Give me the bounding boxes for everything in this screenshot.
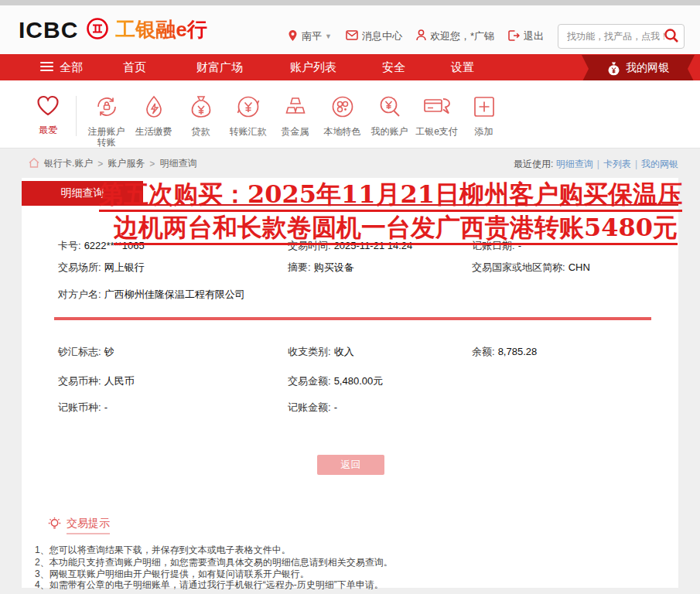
purchase-annotation: 第五次购买：2025年11月21日柳州客户购买保温压 边机两台和长款卷圆机一台发… <box>99 179 678 245</box>
icbc-logo-text: ICBC <box>19 17 78 43</box>
location-pin-icon <box>288 29 302 44</box>
recent-link-detail-query[interactable]: 明细查询 <box>556 159 593 169</box>
logout-label: 退出 <box>524 29 544 43</box>
top-strip <box>0 0 700 5</box>
field-posting-amount: 记账金额:- <box>288 401 337 415</box>
recent-link-card-list[interactable]: 卡列表 <box>603 159 631 169</box>
breadcrumb-separator: > <box>97 159 103 169</box>
money-bag-icon <box>607 61 620 76</box>
field-summary: 摘要:购买设备 <box>288 261 354 275</box>
nav-item-security[interactable]: 安全 <box>382 54 405 80</box>
toolbar-divider <box>76 96 77 136</box>
life-payment-icon <box>142 108 166 121</box>
message-center-link[interactable]: 消息中心 <box>346 29 402 43</box>
field-transaction-place: 交易场所:网上银行 <box>58 261 145 275</box>
annotation-line-2: 边机两台和长款卷圆机一台发广西贵港转账5480元 <box>114 212 678 245</box>
field-counterparty-name: 对方户名:广西柳州佳隆保温工程有限公司 <box>58 288 245 302</box>
field-balance: 余额:8,785.28 <box>472 345 537 359</box>
field-income-expense-type: 收支类别:收入 <box>288 345 354 359</box>
toolbar-item-label: 添加 <box>461 126 507 137</box>
welcome-user[interactable]: 欢迎您，*广锦 <box>416 29 494 43</box>
toolbar-item-label: 贷款 <box>178 126 224 137</box>
nav-item-all[interactable]: 全部 <box>60 54 83 80</box>
favorites-item[interactable]: 最爱 <box>20 94 76 135</box>
annotation-line-1: 第五次购买：2025年11月21日柳州客户购买保温压 <box>99 179 682 212</box>
recent-link-my-ebank[interactable]: 我的网银 <box>641 159 678 169</box>
local-feature-icon <box>330 108 355 121</box>
toolbar-item-label: 工银e支付 <box>414 126 459 137</box>
nav-item-wealth-plaza[interactable]: 财富广场 <box>196 54 243 80</box>
envelope-icon <box>346 30 362 43</box>
toolbar-item-register-transfer[interactable]: 注册账户转账 <box>84 94 129 148</box>
toolbar-item-label: 本地特色 <box>319 126 365 137</box>
tips-title-row: 交易提示 <box>47 517 110 534</box>
field-cash-remit-flag: 钞汇标志:钞 <box>58 345 114 359</box>
search-icon[interactable] <box>664 28 679 46</box>
red-divider <box>54 317 651 320</box>
field-country-code: 交易国家或地区简称:CHN <box>472 261 590 275</box>
my-ebank-ribbon[interactable]: 我的网银 <box>582 53 695 84</box>
search-input[interactable] <box>565 30 666 43</box>
logout-icon <box>508 30 524 43</box>
field-posting-currency: 记账币种:- <box>58 401 108 415</box>
back-button[interactable]: 返回 <box>317 455 384 475</box>
register-transfer-icon <box>94 108 119 121</box>
search-box <box>558 24 685 49</box>
nav-item-account-list[interactable]: 账户列表 <box>290 54 336 80</box>
favorites-label: 最爱 <box>20 125 76 135</box>
site-header: ICBC 工银融e行 南平 ▼ 消息中心 欢迎您，*广锦 退出 <box>0 5 700 54</box>
breadcrumb-row: 银行卡.账户 > 账户服务 > 明细查询 最近使用: 明细查询|卡列表|我的网银 <box>0 148 700 178</box>
loan-icon <box>189 108 213 121</box>
location-label: 南平 <box>302 29 322 43</box>
logout-button[interactable]: 退出 <box>508 29 544 43</box>
quick-toolbar: 最爱 注册账户转账 生活缴费 贷款 转账汇款 贵金属 本地特色 我 <box>0 80 700 148</box>
breadcrumb-item[interactable]: 银行卡.账户 <box>44 157 93 170</box>
location-caret-icon: ▼ <box>325 32 332 40</box>
welcome-label: 欢迎您，*广锦 <box>430 29 494 43</box>
home-icon[interactable] <box>29 158 44 170</box>
header-actions: 南平 ▼ 消息中心 欢迎您，*广锦 退出 <box>288 24 685 49</box>
tip-item-1: 1、您可以将查询结果下载，并保存到文本或电子表格文件中。 <box>35 544 291 557</box>
toolbar-item-precious-metal[interactable]: 贵金属 <box>272 94 318 137</box>
lightbulb-icon <box>47 517 62 534</box>
add-icon <box>472 108 497 121</box>
epay-icon <box>423 108 451 121</box>
toolbar-item-loan[interactable]: 贷款 <box>178 94 224 137</box>
toolbar-item-label: 转账汇款 <box>225 126 271 137</box>
nav-item-home[interactable]: 首页 <box>123 54 146 80</box>
toolbar-item-local-feature[interactable]: 本地特色 <box>319 94 365 137</box>
toolbar-item-my-account[interactable]: 我的账户 <box>367 94 412 137</box>
toolbar-item-epay[interactable]: 工银e支付 <box>414 94 459 137</box>
field-transaction-currency: 交易币种:人民币 <box>58 374 135 388</box>
detail-query-card: 明细查询 第五次购买：2025年11月21日柳州客户购买保温压 边机两台和长款卷… <box>22 178 678 588</box>
field-transaction-amount: 交易金额:5,480.00元 <box>288 374 383 388</box>
toolbar-item-label: 注册账户转账 <box>84 126 129 148</box>
my-ebank-label: 我的网银 <box>626 61 669 75</box>
heart-icon <box>36 107 60 120</box>
toolbar-item-label: 我的账户 <box>367 126 412 137</box>
location-selector[interactable]: 南平 ▼ <box>288 29 332 44</box>
tip-item-4: 4、如需带有公章的电子明细账单，请通过我行手机银行“远程办-历史明细”下单申请。 <box>35 579 384 592</box>
icbc-logo-cn: 工银融e行 <box>115 16 207 43</box>
my-account-icon <box>377 108 402 121</box>
icbc-online-banking-page: ICBC 工银融e行 南平 ▼ 消息中心 欢迎您，*广锦 退出 <box>0 0 700 594</box>
icbc-logo: ICBC 工银融e行 <box>19 16 207 43</box>
user-icon <box>416 29 430 43</box>
tips-title: 交易提示 <box>67 517 110 534</box>
transfer-remit-icon <box>236 108 261 121</box>
icbc-emblem-icon <box>86 17 109 43</box>
recent-label: 最近使用: <box>514 159 553 169</box>
breadcrumb-item[interactable]: 明细查询 <box>159 157 196 170</box>
toolbar-item-label: 贵金属 <box>272 126 318 137</box>
main-nav: 全部 首页 财富广场 账户列表 安全 设置 我的网银 <box>0 54 700 80</box>
toolbar-item-add[interactable]: 添加 <box>461 94 507 137</box>
breadcrumb-separator: > <box>149 159 155 169</box>
toolbar-item-transfer-remit[interactable]: 转账汇款 <box>225 94 271 137</box>
toolbar-item-label: 生活缴费 <box>131 126 176 137</box>
breadcrumb-item[interactable]: 账户服务 <box>108 157 145 170</box>
nav-item-settings[interactable]: 设置 <box>451 54 474 80</box>
toolbar-item-life-payment[interactable]: 生活缴费 <box>131 94 176 137</box>
precious-metal-icon <box>283 108 308 121</box>
recent-used: 最近使用: 明细查询|卡列表|我的网银 <box>514 158 678 171</box>
hamburger-menu-icon[interactable] <box>40 62 53 73</box>
